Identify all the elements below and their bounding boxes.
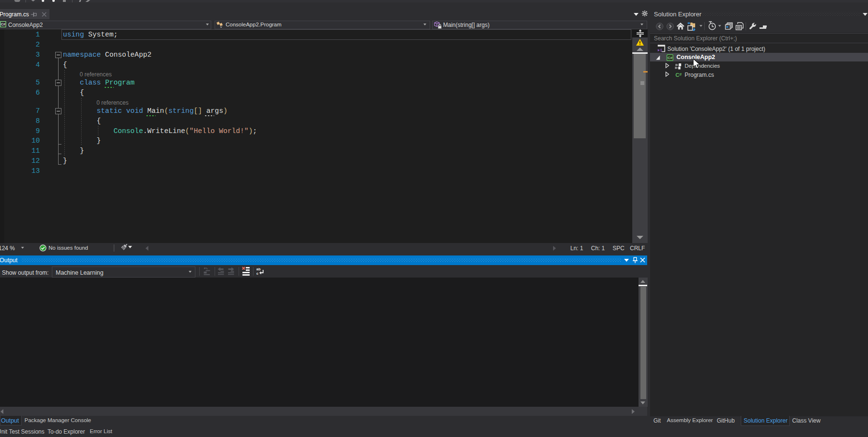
svg-text:C#: C# [667,56,673,60]
svg-text:C: C [675,72,679,78]
svg-text:ab: ab [256,267,261,271]
svg-text:c: c [256,271,258,276]
svg-text:C#: C# [1,22,5,26]
svg-text:#: # [679,72,682,77]
